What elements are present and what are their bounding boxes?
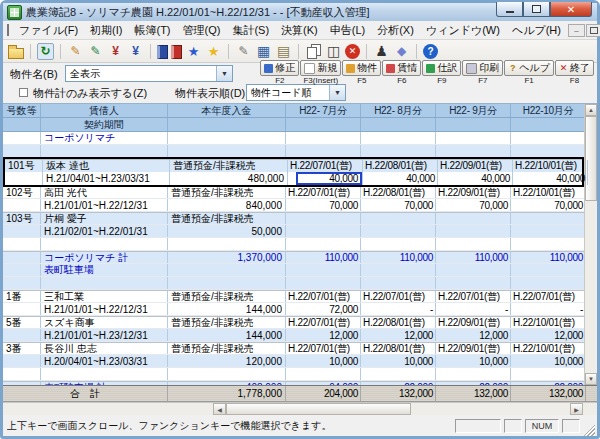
cell-month-4[interactable]: H.22/10/01(普) xyxy=(511,187,586,198)
cell-month-4[interactable] xyxy=(511,145,586,157)
cell-month-3[interactable]: H.22/09/01(普) xyxy=(436,317,511,328)
horizontal-scrollbar-thumb[interactable] xyxy=(226,403,411,415)
cell-month-3[interactable]: H.22/09/01(普) xyxy=(436,343,511,354)
cell-month-3[interactable] xyxy=(436,238,511,250)
cell-month-4[interactable]: 110,000 xyxy=(511,252,586,263)
cell-month-2[interactable] xyxy=(361,145,436,157)
cell-month-1[interactable]: 72,000 xyxy=(286,303,361,315)
cell-no[interactable]: 5番 xyxy=(3,317,41,328)
cell-no[interactable]: 103号 xyxy=(3,213,41,224)
cell-month-4[interactable]: - xyxy=(511,303,586,315)
cell-month-4[interactable]: H.22/07/01(普) xyxy=(511,291,586,302)
cell-total[interactable] xyxy=(168,277,286,289)
cell-month-1[interactable] xyxy=(286,132,361,144)
cell-no[interactable]: 101号 xyxy=(5,160,43,172)
cell-month-2[interactable]: H.22/08/01(普) xyxy=(361,187,436,198)
cell-month-1[interactable] xyxy=(286,213,361,224)
pencil-icon[interactable] xyxy=(235,43,252,60)
cell-month-3[interactable]: H.22/07/01(普) xyxy=(436,291,511,302)
help-function-button[interactable]: ヘルプ xyxy=(504,60,554,76)
cell-total[interactable]: 普通預金/非課税売 xyxy=(168,317,286,328)
cell-no[interactable] xyxy=(3,145,41,157)
cell-no[interactable] xyxy=(3,252,41,263)
cell-month-2[interactable]: 110,000 xyxy=(361,252,436,263)
cell-tenant[interactable] xyxy=(41,145,168,157)
cell-month-1[interactable]: H.22/07/01(普) xyxy=(286,343,361,354)
menu-item[interactable]: ウィンドウ(W) xyxy=(420,22,506,39)
cell-month-4[interactable]: 40,000 xyxy=(513,172,588,185)
cell-month-4[interactable]: 12,000 xyxy=(511,329,586,341)
cell-month-3[interactable] xyxy=(436,264,511,276)
yen-out-icon[interactable] xyxy=(127,43,144,60)
cell-total[interactable]: 1,370,000 xyxy=(168,252,286,263)
cell-month-2[interactable] xyxy=(361,238,436,250)
cell-month-2[interactable]: H.22/08/01(普) xyxy=(363,160,438,172)
resize-grip[interactable] xyxy=(583,424,595,436)
cell-month-2[interactable]: 40,000 xyxy=(363,172,438,185)
property-name-select[interactable]: 全表示 ▼ xyxy=(65,65,233,82)
cell-month-3[interactable]: 10,000 xyxy=(436,355,511,367)
new-function-button[interactable]: 新規 xyxy=(300,60,341,76)
cell-month-1[interactable] xyxy=(286,238,361,250)
menu-item[interactable]: 分析(X) xyxy=(371,22,420,39)
print-function-button[interactable]: 印刷 xyxy=(462,60,503,76)
cell-no[interactable] xyxy=(3,238,41,250)
cell-no[interactable] xyxy=(5,172,43,185)
cell-tenant[interactable] xyxy=(41,368,168,380)
refresh-icon[interactable] xyxy=(37,43,54,60)
cell-no[interactable]: 102号 xyxy=(3,187,41,198)
cell-month-1[interactable] xyxy=(286,277,361,289)
selected-cell[interactable]: 40,000 xyxy=(296,172,362,185)
cell-no[interactable] xyxy=(3,199,41,211)
menu-item[interactable]: 申告(L) xyxy=(324,22,371,39)
cell-month-2[interactable]: H.22/08/01(普) xyxy=(361,317,436,328)
menu-item[interactable]: 決算(K) xyxy=(275,22,324,39)
cell-tenant[interactable]: コーポソリマチ 計 xyxy=(41,252,168,263)
cell-total[interactable]: 480,000 xyxy=(170,172,288,185)
menu-item[interactable]: 集計(S) xyxy=(226,22,275,39)
close-button[interactable]: ✕ xyxy=(550,2,592,17)
cell-no[interactable] xyxy=(3,277,41,289)
person-icon[interactable] xyxy=(373,43,390,60)
edit-function-button[interactable]: 修正 xyxy=(260,60,299,76)
cell-total[interactable]: 普通預金/非課税売 xyxy=(168,213,286,224)
cell-tenant[interactable]: コーポソリマチ xyxy=(41,132,168,144)
cell-tenant[interactable]: H.21/04/01~H.23/03/31 xyxy=(43,172,170,185)
cell-month-2[interactable] xyxy=(361,132,436,144)
cell-month-3[interactable]: 22,000 xyxy=(436,382,511,385)
cell-month-4[interactable] xyxy=(511,264,586,276)
cell-month-1[interactable]: 40,000 xyxy=(288,172,363,185)
cell-tenant[interactable]: 三和工業 xyxy=(41,291,168,302)
cell-month-1[interactable]: 12,000 xyxy=(286,329,361,341)
cell-month-4[interactable] xyxy=(511,277,586,289)
cell-total[interactable]: 144,000 xyxy=(168,303,286,315)
copy-icon[interactable] xyxy=(305,43,322,60)
chevron-down-icon[interactable]: ▼ xyxy=(216,66,232,81)
cell-no[interactable] xyxy=(3,355,41,367)
cell-total[interactable]: 普通預金/非課税売 xyxy=(168,187,286,198)
cell-month-2[interactable] xyxy=(361,368,436,380)
cell-tenant[interactable]: H.21/02/01~H.22/01/31 xyxy=(41,225,168,237)
cell-month-1[interactable]: H.22/07/01(普) xyxy=(288,160,363,172)
cell-month-2[interactable] xyxy=(361,277,436,289)
cell-month-1[interactable]: 10,000 xyxy=(286,355,361,367)
mdi-minimize-button[interactable]: – xyxy=(568,24,585,37)
cell-month-1[interactable] xyxy=(286,368,361,380)
cell-total[interactable]: 普通預金/非課税売 xyxy=(170,160,288,172)
cell-total[interactable]: 120,000 xyxy=(168,355,286,367)
cell-no[interactable] xyxy=(3,225,41,237)
cell-total[interactable]: 144,000 xyxy=(168,329,286,341)
vertical-scrollbar-thumb[interactable] xyxy=(585,116,597,201)
cell-no[interactable] xyxy=(3,368,41,380)
selected-row-block[interactable]: 101号坂本 達也普通預金/非課税売H.22/07/01(普)H.22/08/0… xyxy=(3,157,584,187)
edit-doc-icon[interactable] xyxy=(67,43,84,60)
yen-in-icon[interactable] xyxy=(107,43,124,60)
cell-month-4[interactable]: H.22/10/01(普) xyxy=(511,343,586,354)
cell-month-2[interactable] xyxy=(361,213,436,224)
cell-tenant[interactable]: H.21/01/01~H.23/12/31 xyxy=(41,329,168,341)
cell-no[interactable]: 1番 xyxy=(3,291,41,302)
cell-month-1[interactable]: H.22/07/01(普) xyxy=(286,187,361,198)
menu-item[interactable]: 帳簿(T) xyxy=(128,22,176,39)
cell-tenant[interactable]: 片桐 愛子 xyxy=(41,213,168,224)
cell-total[interactable] xyxy=(168,238,286,250)
